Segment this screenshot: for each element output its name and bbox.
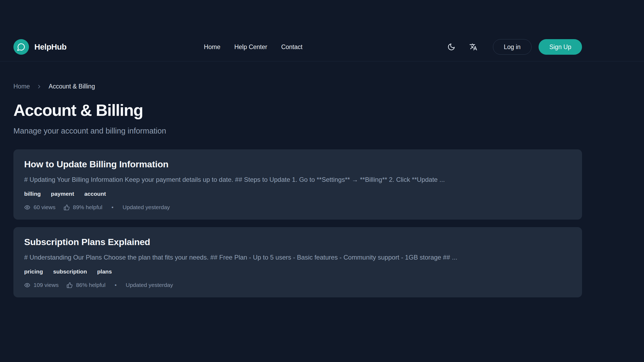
breadcrumb-current: Account & Billing	[49, 83, 95, 90]
tag-payment[interactable]: payment	[51, 191, 74, 197]
helpful-label: 89% helpful	[73, 204, 103, 210]
breadcrumb-home-link[interactable]: Home	[13, 83, 30, 90]
article-title: How to Update Billing Information	[24, 159, 571, 169]
article-meta: 60 views 89% helpful • Updated yesterday	[24, 204, 571, 210]
chevron-right-icon	[36, 84, 42, 90]
views-label: 60 views	[34, 204, 56, 210]
page-title: Account & Billing	[13, 101, 582, 120]
article-card-subscription-plans[interactable]: Subscription Plans Explained # Understan…	[13, 227, 582, 297]
message-circle-icon	[17, 43, 25, 51]
nav-link-contact[interactable]: Contact	[281, 43, 302, 51]
updated-label: Updated yesterday	[123, 204, 170, 210]
primary-nav: Home Help Center Contact	[204, 43, 302, 51]
tag-subscription[interactable]: subscription	[53, 268, 87, 275]
top-navbar: HelpHub Home Help Center Contact Log in …	[0, 32, 644, 61]
tag-billing[interactable]: billing	[24, 191, 41, 197]
breadcrumb: Home Account & Billing	[13, 83, 582, 90]
theme-toggle-button[interactable]	[445, 41, 458, 53]
nav-link-help-center[interactable]: Help Center	[234, 43, 267, 51]
tag-row: pricing subscription plans	[24, 268, 571, 275]
views-count: 60 views	[24, 204, 56, 210]
login-button[interactable]: Log in	[493, 39, 532, 55]
language-button[interactable]	[467, 41, 480, 53]
meta-dot-separator: •	[111, 204, 113, 210]
signup-button[interactable]: Sign Up	[539, 39, 582, 55]
article-title: Subscription Plans Explained	[24, 237, 571, 247]
article-card-billing-info[interactable]: How to Update Billing Information # Upda…	[13, 149, 582, 220]
brand-name: HelpHub	[34, 42, 67, 51]
updated-label: Updated yesterday	[126, 282, 173, 288]
thumbs-up-icon	[67, 282, 73, 288]
brand-logo-link[interactable]: HelpHub	[13, 39, 67, 55]
article-excerpt: # Updating Your Billing Information Keep…	[24, 176, 571, 183]
main-content: Home Account & Billing Account & Billing…	[13, 83, 582, 313]
helpful-rating: 86% helpful	[67, 282, 105, 288]
thumbs-up-icon	[64, 204, 70, 210]
nav-link-home[interactable]: Home	[204, 43, 220, 51]
eye-icon	[24, 204, 30, 210]
helpful-rating: 89% helpful	[64, 204, 103, 210]
article-list: How to Update Billing Information # Upda…	[13, 149, 582, 297]
header-actions: Log in Sign Up	[445, 39, 582, 55]
views-count: 109 views	[24, 282, 58, 288]
views-label: 109 views	[34, 282, 58, 288]
page-subtitle: Manage your account and billing informat…	[13, 127, 582, 135]
tag-pricing[interactable]: pricing	[24, 268, 43, 275]
tag-plans[interactable]: plans	[97, 268, 112, 275]
translate-icon	[469, 43, 477, 51]
eye-icon	[24, 282, 30, 288]
top-spacer	[0, 0, 644, 32]
helpful-label: 86% helpful	[76, 282, 105, 288]
tag-row: billing payment account	[24, 191, 571, 197]
moon-icon	[447, 43, 455, 51]
logo-badge	[13, 39, 29, 55]
article-excerpt: # Understanding Our Plans Choose the pla…	[24, 254, 571, 261]
tag-account[interactable]: account	[84, 191, 106, 197]
article-meta: 109 views 86% helpful • Updated yesterda…	[24, 282, 571, 288]
meta-dot-separator: •	[115, 282, 116, 288]
